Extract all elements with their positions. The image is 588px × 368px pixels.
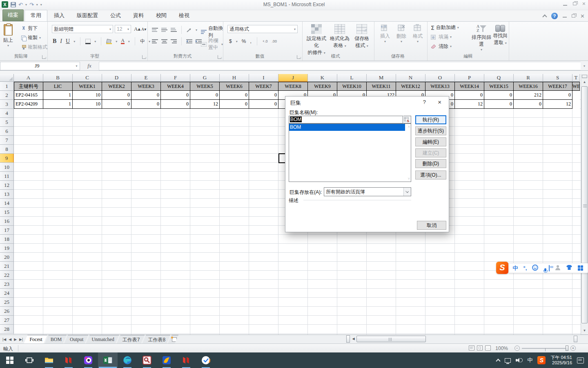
comma-button[interactable]: , xyxy=(250,38,251,44)
sheet-tab-Focest[interactable]: Focest xyxy=(24,335,47,343)
column-header-P[interactable]: P xyxy=(455,74,484,82)
dialog-button-2[interactable]: 逐步執行(S) xyxy=(415,126,446,135)
number-format-combo[interactable]: 通用格式▾ xyxy=(227,25,298,33)
column-header-I[interactable]: I xyxy=(249,74,278,82)
next-sheet-icon[interactable]: ▶ xyxy=(14,337,17,341)
cell-D1[interactable]: WEEK2 xyxy=(102,82,131,91)
vertical-scrollbar[interactable]: ▲ ▼ xyxy=(581,74,588,334)
currency-button[interactable]: $ xyxy=(229,38,232,44)
cell-styles-button[interactable]: 儲存格 樣式 ▾ xyxy=(352,24,372,49)
taskbar-file-explorer-icon[interactable] xyxy=(39,352,59,368)
cell-F2[interactable]: 0 xyxy=(161,91,190,100)
row-header-14[interactable]: 14 xyxy=(0,199,14,208)
ime-indicator[interactable]: 中 xyxy=(527,357,532,364)
cell-D2[interactable]: 0 xyxy=(102,91,131,100)
cell-J1[interactable]: WEEK8 xyxy=(278,82,308,91)
column-header-B[interactable]: B xyxy=(43,74,73,82)
row-header-18[interactable]: 18 xyxy=(0,235,14,244)
ribbon-tab-常用[interactable]: 常用 xyxy=(24,10,47,21)
row-header-2[interactable]: 2 xyxy=(0,91,14,100)
macro-dialog-titlebar[interactable]: 巨集 ? × xyxy=(285,96,449,108)
sogou-punctuation-icon[interactable]: °, xyxy=(523,263,527,273)
cell-P2[interactable]: 0 xyxy=(455,91,484,100)
cell-R3[interactable]: 0 xyxy=(514,100,543,109)
sogou-chinese-mode-icon[interactable]: 中 xyxy=(513,263,518,273)
tab-split-handle[interactable] xyxy=(346,335,350,343)
cell-Q3[interactable]: 0 xyxy=(484,100,514,109)
clear-button[interactable]: 清除▾ xyxy=(431,43,452,50)
increase-decimal-button[interactable]: +.0 xyxy=(263,39,268,43)
fill-color-button[interactable] xyxy=(106,39,112,44)
horizontal-scroll-thumb[interactable] xyxy=(356,336,426,342)
taskbar-red-ribbon-app-icon[interactable] xyxy=(59,352,78,368)
row-header-20[interactable]: 20 xyxy=(0,253,14,262)
format-as-table-button[interactable]: 格式化為 表格 ▾ xyxy=(329,24,351,49)
column-header-E[interactable]: E xyxy=(131,74,161,82)
cell-F3[interactable]: 0 xyxy=(161,100,190,109)
bold-button[interactable]: B xyxy=(53,38,56,45)
cell-S2[interactable]: 0 xyxy=(543,91,572,100)
cell-G3[interactable]: 12 xyxy=(190,100,220,109)
font-name-combo[interactable]: 新細明體▾ xyxy=(52,25,113,33)
sogou-toolbox-icon[interactable] xyxy=(578,265,583,271)
insert-function-icon[interactable]: fx xyxy=(80,63,99,69)
clock[interactable]: 下午 04:51 2025/9/16 xyxy=(550,355,572,366)
row-header-22[interactable]: 22 xyxy=(0,271,14,280)
cell-M1[interactable]: WEEK11 xyxy=(367,82,396,91)
cell-I1[interactable]: WEEK7 xyxy=(249,82,278,91)
cell-P1[interactable]: WEEK14 xyxy=(455,82,484,91)
horizontal-scrollbar[interactable]: ◀ ▶ xyxy=(350,335,578,343)
prev-sheet-icon[interactable]: ◀ xyxy=(9,337,11,341)
minimize-button[interactable] xyxy=(563,5,567,6)
align-middle-icon[interactable] xyxy=(161,28,167,32)
dialog-button-1[interactable]: 執行(R) xyxy=(415,115,446,124)
dialog-button-6[interactable]: 選項(O)... xyxy=(415,171,446,180)
taskbar-checklist-app-icon[interactable] xyxy=(196,352,216,368)
row-header-4[interactable]: 4 xyxy=(0,109,14,118)
column-header-F[interactable]: F xyxy=(161,74,190,82)
taskbar-foxit-pdf-icon[interactable] xyxy=(157,352,176,368)
cell-L1[interactable]: WEEK10 xyxy=(337,82,367,91)
sogou-emoji-icon[interactable] xyxy=(532,265,538,272)
cell-C2[interactable]: 10 xyxy=(73,91,102,100)
ribbon-tab-資料[interactable]: 資料 xyxy=(127,10,149,21)
taskbar-edge-browser-icon[interactable] xyxy=(118,352,137,368)
cancel-button[interactable]: 取消 xyxy=(417,221,446,230)
sogou-tray-icon[interactable]: S xyxy=(537,356,546,364)
format-cells-button[interactable]: 格式 ▾ xyxy=(410,24,425,43)
row-header-28[interactable]: 28 xyxy=(0,325,14,334)
restore-button[interactable] xyxy=(573,2,577,5)
cell-I2[interactable]: 0 xyxy=(249,91,278,100)
row-header-1[interactable]: 1 xyxy=(0,82,14,91)
font-color-button[interactable]: A xyxy=(121,38,125,44)
taskbar-access-icon[interactable] xyxy=(137,352,157,368)
ribbon-tab-插入[interactable]: 插入 xyxy=(48,10,70,21)
cell-E3[interactable]: 0 xyxy=(131,100,161,109)
taskbar-excel-button[interactable] xyxy=(98,352,118,368)
column-header-K[interactable]: K xyxy=(308,74,337,82)
scroll-left-icon[interactable]: ◀ xyxy=(350,336,356,342)
italic-button[interactable]: I xyxy=(60,38,62,45)
macros-in-caret-icon[interactable] xyxy=(403,188,411,196)
cell-N1[interactable]: WEEK12 xyxy=(396,82,425,91)
cell-B2[interactable]: 1 xyxy=(43,91,73,100)
number-dialog-launcher-icon[interactable] xyxy=(297,55,301,59)
orientation-icon[interactable] xyxy=(186,28,192,32)
column-header-A[interactable]: A xyxy=(14,74,43,82)
vertical-scroll-thumb[interactable] xyxy=(581,86,588,323)
align-bottom-icon[interactable] xyxy=(171,28,177,32)
column-header-M[interactable]: M xyxy=(367,74,396,82)
cell-E2[interactable]: 0 xyxy=(131,91,161,100)
cell-A1[interactable]: 主键料号 xyxy=(14,82,43,91)
merge-center-button[interactable]: 跨欄置中▾ xyxy=(201,37,223,51)
action-center-icon[interactable] xyxy=(577,357,584,364)
column-header-S[interactable]: S xyxy=(543,74,572,82)
cell-Q2[interactable]: 0 xyxy=(484,91,514,100)
conditional-formatting-button[interactable]: 設定格式化 的條件 ▾ xyxy=(305,24,328,56)
macro-name-input[interactable]: BOM xyxy=(289,116,403,123)
row-header-17[interactable]: 17 xyxy=(0,226,14,235)
row-header-21[interactable]: 21 xyxy=(0,262,14,271)
cell-K1[interactable]: WEEK9 xyxy=(308,82,337,91)
horizontal-split-handle[interactable] xyxy=(574,336,577,342)
scroll-down-icon[interactable]: ▼ xyxy=(581,328,588,334)
